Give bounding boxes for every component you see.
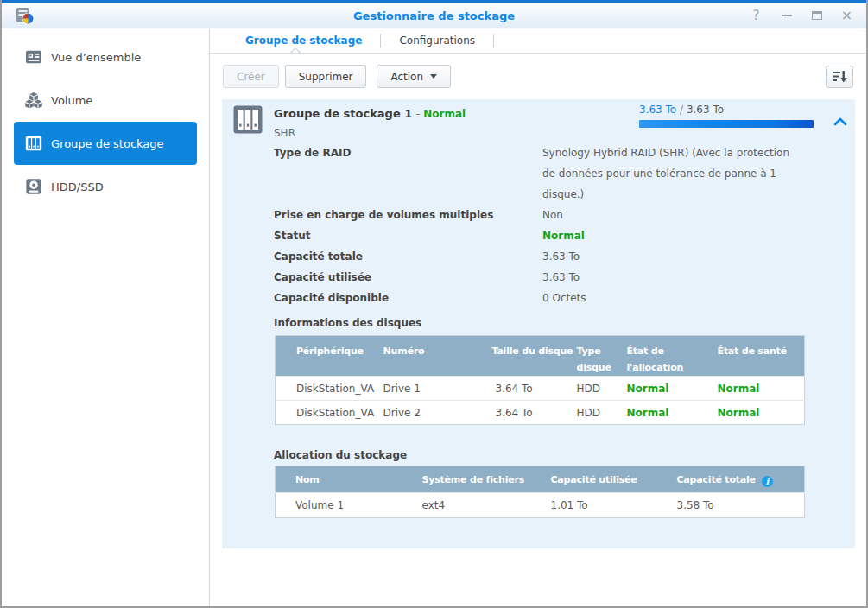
- table-cell: Normal: [611, 401, 701, 425]
- table-cell: 3.64 To: [475, 401, 563, 425]
- detail-label: Type de RAID: [274, 142, 542, 205]
- maximize-button[interactable]: [810, 10, 823, 22]
- table-cell: 3.64 To: [475, 377, 563, 401]
- column-header: État de santé: [701, 336, 805, 377]
- tab-separator: [493, 34, 494, 48]
- help-button[interactable]: ?: [750, 10, 763, 22]
- column-header: État de l'allocation: [611, 336, 701, 377]
- table-cell: Volume 1: [276, 493, 402, 518]
- storage-manager-window: Gestionnaire de stockage ? ×: [0, 0, 868, 608]
- action-button[interactable]: Action: [377, 65, 451, 88]
- storage-group-card-icon: [233, 105, 263, 137]
- allocation-section-title: Allocation du stockage: [274, 449, 855, 461]
- detail-value: 3.63 To: [542, 246, 801, 267]
- table-cell: Drive 2: [367, 401, 475, 425]
- chevron-up-icon: [833, 117, 847, 126]
- column-header: Taille du disque: [475, 336, 563, 377]
- detail-label: Capacité utilisée: [274, 267, 542, 288]
- storage-manager-app-icon: [16, 6, 35, 25]
- storage-group-panel: Groupe de stockage 1 - Normal SHR 3.63 T…: [222, 99, 855, 548]
- detail-row: Type de RAIDSynology Hybrid RAID (SHR) (…: [274, 142, 855, 205]
- group-subtitle: SHR: [274, 127, 466, 139]
- tab-storage-group[interactable]: Groupe de stockage: [227, 28, 380, 53]
- sidebar-item-hdd-ssd[interactable]: HDD/SSD: [14, 165, 197, 208]
- usage-total: 3.63 To: [687, 104, 724, 116]
- detail-label: Capacité disponible: [274, 288, 542, 308]
- overview-icon: [25, 48, 42, 66]
- sidebar-item-label: Groupe de stockage: [51, 137, 164, 150]
- detail-row: Capacité utilisée3.63 To: [274, 267, 855, 288]
- detail-label: Statut: [274, 225, 542, 246]
- delete-button[interactable]: Supprimer: [285, 65, 367, 88]
- sidebar-item-storage-group[interactable]: Groupe de stockage: [14, 122, 197, 165]
- table-cell: Normal: [701, 377, 805, 401]
- active-tab-notch: [288, 47, 302, 53]
- tab-configurations[interactable]: Configurations: [381, 28, 493, 53]
- close-button[interactable]: ×: [840, 9, 853, 22]
- info-icon[interactable]: i: [762, 476, 773, 487]
- tab-bar: Groupe de stockage Configurations: [210, 28, 866, 54]
- minimize-icon: [782, 15, 792, 16]
- detail-value: Non: [542, 205, 801, 225]
- table-row[interactable]: DiskStation_VADrive 13.64 ToHDDNormalNor…: [276, 377, 805, 401]
- dropdown-caret-icon: [430, 74, 437, 79]
- detail-value: 3.63 To: [542, 267, 801, 288]
- minimize-button[interactable]: [780, 10, 793, 22]
- detail-row: Prise en charge de volumes multiplesNon: [274, 205, 855, 225]
- table-row[interactable]: Volume 1ext41.01 To3.58 To: [276, 493, 805, 518]
- sidebar-item-label: HDD/SSD: [51, 180, 104, 193]
- group-title: Groupe de stockage 1: [274, 107, 412, 120]
- group-status: Normal: [423, 108, 466, 120]
- usage-used: 3.63 To: [639, 104, 676, 116]
- hdd-icon: [25, 177, 42, 196]
- table-cell: HDD: [563, 401, 611, 425]
- storage-group-icon: [25, 134, 42, 153]
- collapse-button[interactable]: [833, 113, 847, 130]
- disks-table: PériphériqueNuméroTaille du disqueType d…: [275, 335, 805, 425]
- sidebar-item-volume[interactable]: Volume: [14, 79, 197, 122]
- detail-label: Prise en charge de volumes multiples: [274, 205, 542, 225]
- maximize-icon: [812, 11, 822, 20]
- sort-descending-icon: [833, 71, 847, 83]
- sidebar-item-label: Volume: [51, 94, 92, 107]
- column-header: Nom: [276, 466, 402, 493]
- table-cell: Normal: [701, 401, 805, 425]
- sort-button[interactable]: [826, 66, 853, 88]
- detail-value: 0 Octets: [542, 288, 801, 308]
- table-cell: 1.01 To: [531, 493, 657, 518]
- table-cell: DiskStation_VA: [276, 377, 367, 401]
- detail-row: Capacité disponible0 Octets: [274, 288, 855, 308]
- table-cell: HDD: [563, 377, 611, 401]
- window-title: Gestionnaire de stockage: [2, 10, 866, 22]
- column-header: Capacité totalei: [657, 466, 805, 493]
- detail-row: StatutNormal: [274, 225, 855, 246]
- sidebar-item-overview[interactable]: Vue d’ensemble: [14, 35, 197, 79]
- detail-value: Normal: [542, 225, 801, 246]
- usage-summary: 3.63 To / 3.63 To: [639, 104, 814, 128]
- disks-section-title: Informations des disques: [274, 317, 855, 329]
- window-controls: ? ×: [750, 3, 853, 28]
- column-header: Numéro: [367, 336, 475, 377]
- detail-row: Capacité totale3.63 To: [274, 246, 855, 267]
- sidebar: Vue d’ensemble: [2, 28, 210, 606]
- column-header: Capacité utilisée: [531, 466, 657, 493]
- create-button[interactable]: Créer: [223, 65, 279, 88]
- detail-value: Synology Hybrid RAID (SHR) (Avec la prot…: [542, 142, 801, 205]
- volume-icon: [25, 91, 42, 110]
- detail-label: Capacité totale: [274, 246, 542, 267]
- sidebar-item-label: Vue d’ensemble: [51, 51, 141, 64]
- column-header: Système de fichiers: [402, 466, 531, 493]
- titlebar: Gestionnaire de stockage ? ×: [2, 3, 866, 28]
- table-row[interactable]: DiskStation_VADrive 23.64 ToHDDNormalNor…: [276, 401, 805, 425]
- usage-bar: [639, 120, 814, 128]
- allocation-table: NomSystème de fichiersCapacité utiliséeC…: [275, 466, 805, 518]
- table-cell: 3.58 To: [657, 493, 805, 518]
- table-cell: Normal: [611, 377, 701, 401]
- column-header: Périphérique: [276, 336, 367, 377]
- table-cell: DiskStation_VA: [276, 401, 367, 425]
- table-cell: ext4: [402, 493, 531, 518]
- toolbar: Créer Supprimer Action: [210, 54, 866, 99]
- table-cell: Drive 1: [367, 377, 475, 401]
